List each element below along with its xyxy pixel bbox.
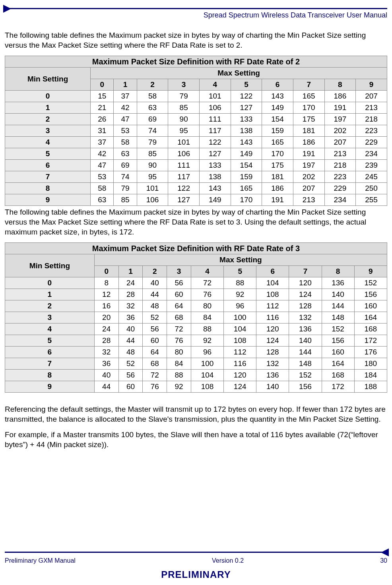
cell: 84 [167,358,191,370]
cell: 122 [199,137,231,148]
table-row: 7537495117138159181202223245 [5,171,387,183]
cell: 52 [118,358,143,370]
cell: 213 [356,102,387,114]
cell: 170 [231,194,262,206]
cell: 31 [91,125,114,137]
cell: 144 [322,300,354,312]
cell: 58 [91,183,114,194]
cell: 154 [231,160,262,171]
cell: 132 [256,358,289,370]
cell: 149 [199,194,231,206]
cell: 24 [118,277,143,289]
cell: 63 [137,102,168,114]
col-header: 4 [199,79,231,91]
cell: 16 [94,300,118,312]
cell: 44 [143,289,167,300]
cell: 124 [256,335,289,347]
cell: 197 [293,160,324,171]
col-header: 2 [143,266,167,277]
cell: 112 [224,347,256,358]
cell: 8 [94,277,118,289]
col-header: 1 [114,79,137,91]
cell: 58 [114,137,137,148]
row-header: 7 [5,171,91,183]
col-header: 9 [354,266,387,277]
table-row: 42440567288104120136152168 [5,323,387,335]
cell: 191 [324,102,356,114]
table-row: 2163248648096112128144160 [5,300,387,312]
cell: 20 [94,312,118,323]
col-header: 8 [322,266,354,277]
col-header: 7 [293,79,324,91]
cell: 79 [114,183,137,194]
footer-center: Version 0.2 [212,557,244,564]
cell: 85 [168,102,200,114]
cell: 255 [356,194,387,206]
cell: 108 [191,381,224,393]
cell: 88 [224,277,256,289]
cell: 176 [354,347,387,358]
col-header: 0 [94,266,118,277]
cell: 92 [191,335,224,347]
cell: 168 [322,370,354,381]
cell: 191 [262,194,293,206]
col-header: 7 [289,266,322,277]
cell: 100 [224,312,256,323]
cell: 101 [168,137,200,148]
table-row: 944607692108124140156172188 [5,381,387,393]
cell: 92 [224,289,256,300]
row-header: 1 [5,102,91,114]
cell: 100 [191,358,224,370]
table-row: 32036526884100116132148164 [5,312,387,323]
cell: 74 [114,171,137,183]
table-row: 331537495117138159181202223 [5,125,387,137]
cell: 188 [354,381,387,393]
cell: 149 [231,148,262,160]
cell: 90 [137,160,168,171]
cell: 108 [224,335,256,347]
cell: 48 [118,347,143,358]
cell: 202 [293,171,324,183]
table1-min-setting-label: Min Setting [5,68,91,91]
table-row: 52844607692108124140156172 [5,335,387,347]
cell: 136 [322,277,354,289]
table-row: 1122844607692108124140156 [5,289,387,300]
header-rule-arrow [3,5,11,13]
col-header: 6 [256,266,289,277]
cell: 175 [293,114,324,125]
cell: 138 [231,125,262,137]
row-header: 0 [5,91,91,102]
cell: 40 [143,277,167,289]
footer-preliminary: PRELIMINARY [5,569,387,580]
table-row: 226476990111133154175197218 [5,114,387,125]
cell: 88 [167,370,191,381]
paragraph-3: Referencing the default settings, the Ma… [5,405,387,424]
cell: 64 [167,300,191,312]
col-header: 4 [191,266,224,277]
table-row: 4375879101122143165186207229 [5,137,387,148]
table-row: 015375879101122143165186207 [5,91,387,102]
col-header: 9 [356,79,387,91]
cell: 165 [231,183,262,194]
row-header: 9 [5,381,95,393]
table-row: 63248648096112128144160176 [5,347,387,358]
cell: 218 [324,160,356,171]
cell: 127 [168,194,200,206]
cell: 26 [91,114,114,125]
cell: 79 [137,137,168,148]
document-title: Spread Spectrum Wireless Data Transceive… [5,11,387,19]
cell: 47 [114,114,137,125]
cell: 104 [191,370,224,381]
row-header: 8 [5,183,91,194]
table-row: 85879101122143165186207229250 [5,183,387,194]
row-header: 2 [5,114,91,125]
cell: 60 [143,335,167,347]
cell: 112 [256,300,289,312]
cell: 12 [94,289,118,300]
paragraph-2: The following table defines the Maximum … [5,207,387,237]
row-header: 1 [5,289,95,300]
cell: 95 [137,171,168,183]
header-rule [5,4,387,12]
cell: 120 [289,277,322,289]
row-header: 8 [5,370,95,381]
